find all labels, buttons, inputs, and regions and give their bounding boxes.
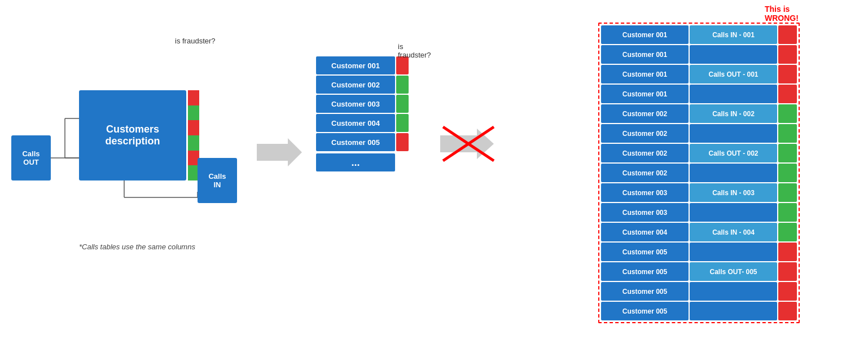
mid-table-row: Customer 005 xyxy=(316,133,409,151)
right-table-row: Customer 005 xyxy=(601,282,797,301)
mid-customer-cell: Customer 005 xyxy=(316,133,395,151)
right-fraud-indicator xyxy=(778,223,797,241)
wrong-label: This is WRONG! xyxy=(765,5,800,23)
right-customer-cell: Customer 001 xyxy=(601,65,689,83)
right-table-row: Customer 005Calls OUT- 005 xyxy=(601,262,797,281)
customers-label: Customers description xyxy=(105,124,160,147)
right-customer-cell: Customer 003 xyxy=(601,183,689,202)
right-fraud-indicator xyxy=(778,45,797,64)
mid-fraudster-label: is fraudster? xyxy=(398,42,431,59)
right-fraud-indicator xyxy=(778,243,797,261)
mid-table-row: Customer 001 xyxy=(316,56,409,74)
fraudster-label-left: is fraudster? xyxy=(175,37,216,45)
right-table-row: Customer 003 xyxy=(601,203,797,222)
right-table-container: This is WRONG! Customer 001Calls IN - 00… xyxy=(598,23,800,323)
right-calls-cell xyxy=(690,302,777,320)
right-customer-cell: Customer 001 xyxy=(601,85,689,103)
calls-in-box: Calls IN xyxy=(198,158,237,203)
right-table-wrong-box: Customer 001Calls IN - 001Customer 001Cu… xyxy=(598,23,800,323)
right-fraud-indicator xyxy=(778,203,797,222)
note-text: *Calls tables use the same columns xyxy=(79,243,195,251)
right-table-row: Customer 001 xyxy=(601,85,797,103)
right-customer-cell: Customer 002 xyxy=(601,144,689,162)
right-fraud-indicator xyxy=(778,164,797,182)
right-calls-cell xyxy=(690,203,777,222)
right-table-row: Customer 001Calls IN - 001 xyxy=(601,25,797,44)
mid-customer-cell: Customer 002 xyxy=(316,76,395,94)
right-fraud-indicator xyxy=(778,25,797,44)
right-table-row: Customer 003Calls IN - 003 xyxy=(601,183,797,202)
right-fraud-indicator xyxy=(778,183,797,202)
right-customer-cell: Customer 003 xyxy=(601,203,689,222)
right-calls-cell: Calls OUT- 005 xyxy=(690,262,777,281)
mid-table-row: Customer 002 xyxy=(316,76,409,94)
right-fraud-indicator xyxy=(778,104,797,123)
main-canvas: is fraudster? Calls OUT Customers descri… xyxy=(0,0,868,339)
right-customer-cell: Customer 002 xyxy=(601,124,689,143)
right-table-row: Customer 002 xyxy=(601,164,797,182)
right-customer-cell: Customer 001 xyxy=(601,25,689,44)
mid-customer-cell: Customer 001 xyxy=(316,56,395,74)
svg-marker-7 xyxy=(257,138,302,166)
right-customer-cell: Customer 005 xyxy=(601,282,689,301)
right-customer-cell: Customer 005 xyxy=(601,262,689,281)
calls-out-box: Calls OUT xyxy=(11,135,51,180)
right-table-body: Customer 001Calls IN - 001Customer 001Cu… xyxy=(601,25,797,320)
right-fraud-indicator xyxy=(778,85,797,103)
mid-table-row: Customer 003 xyxy=(316,95,409,113)
right-calls-cell xyxy=(690,164,777,182)
right-calls-cell: Calls OUT - 001 xyxy=(690,65,777,83)
right-fraud-indicator xyxy=(778,282,797,301)
right-calls-cell xyxy=(690,45,777,64)
right-calls-cell: Calls IN - 004 xyxy=(690,223,777,241)
right-table-row: Customer 002Calls IN - 002 xyxy=(601,104,797,123)
right-table-row: Customer 001 xyxy=(601,45,797,64)
right-table-row: Customer 005 xyxy=(601,243,797,261)
right-customer-cell: Customer 001 xyxy=(601,45,689,64)
arrow-1 xyxy=(257,135,302,169)
right-fraud-indicator xyxy=(778,144,797,162)
right-table-row: Customer 001Calls OUT - 001 xyxy=(601,65,797,83)
right-customer-cell: Customer 002 xyxy=(601,104,689,123)
right-fraud-indicator xyxy=(778,262,797,281)
right-table-row: Customer 002Calls OUT - 002 xyxy=(601,144,797,162)
right-calls-cell: Calls OUT - 002 xyxy=(690,144,777,162)
right-calls-cell: Calls IN - 001 xyxy=(690,25,777,44)
mid-fraud-indicator xyxy=(396,114,409,132)
mid-table-row: Customer 004 xyxy=(316,114,409,132)
calls-out-label: Calls OUT xyxy=(22,149,40,166)
mid-fraud-indicator xyxy=(396,76,409,94)
right-customer-cell: Customer 004 xyxy=(601,223,689,241)
mid-table-body: Customer 001Customer 002Customer 003Cust… xyxy=(316,56,409,171)
right-calls-cell: Calls IN - 003 xyxy=(690,183,777,202)
right-calls-cell xyxy=(690,85,777,103)
middle-table: is fraudster? Customer 001Customer 002Cu… xyxy=(316,56,409,171)
right-table-row: Customer 005 xyxy=(601,302,797,320)
right-fraud-indicator xyxy=(778,65,797,83)
cross-arrow xyxy=(440,124,497,164)
customers-box: Customers description xyxy=(79,90,186,180)
right-table-row: Customer 004Calls IN - 004 xyxy=(601,223,797,241)
right-calls-cell: Calls IN - 002 xyxy=(690,104,777,123)
mid-customer-cell: Customer 004 xyxy=(316,114,395,132)
right-calls-cell xyxy=(690,243,777,261)
right-customer-cell: Customer 002 xyxy=(601,164,689,182)
mid-dots: ... xyxy=(316,153,395,171)
right-table-row: Customer 002 xyxy=(601,124,797,143)
right-calls-cell xyxy=(690,282,777,301)
right-customer-cell: Customer 005 xyxy=(601,243,689,261)
right-fraud-indicator xyxy=(778,302,797,320)
right-calls-cell xyxy=(690,124,777,143)
right-customer-cell: Customer 005 xyxy=(601,302,689,320)
mid-fraud-indicator xyxy=(396,95,409,113)
mid-fraud-indicator xyxy=(396,133,409,151)
mid-customer-cell: Customer 003 xyxy=(316,95,395,113)
calls-in-label: Calls IN xyxy=(208,172,226,189)
right-fraud-indicator xyxy=(778,124,797,143)
